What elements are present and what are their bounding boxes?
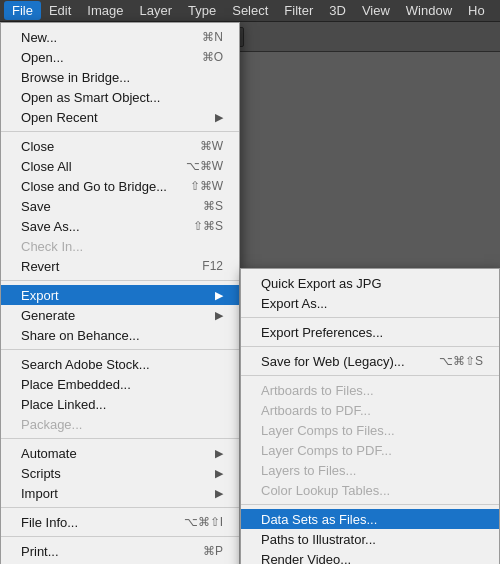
menu-item-check-in: Check In...	[1, 236, 239, 256]
menu-item-open-recent[interactable]: Open Recent ▶	[1, 107, 239, 127]
submenu-item-data-sets-files[interactable]: Data Sets as Files...	[241, 509, 499, 529]
submenu-item-color-lookup-tables: Color Lookup Tables...	[241, 480, 499, 500]
export-divider-2	[241, 346, 499, 347]
menu-item-save[interactable]: Save ⌘S	[1, 196, 239, 216]
menu-item-close-all[interactable]: Close All ⌥⌘W	[1, 156, 239, 176]
divider-2	[1, 280, 239, 281]
menu-bar: File Edit Image Layer Type Select Filter…	[0, 0, 500, 22]
submenu-item-render-video[interactable]: Render Video...	[241, 549, 499, 564]
menu-bar-item-filter[interactable]: Filter	[276, 1, 321, 20]
menu-item-browse-bridge[interactable]: Browse in Bridge...	[1, 67, 239, 87]
menu-bar-item-image[interactable]: Image	[79, 1, 131, 20]
divider-4	[1, 438, 239, 439]
menu-item-automate[interactable]: Automate ▶	[1, 443, 239, 463]
menu-item-open-smart-object[interactable]: Open as Smart Object...	[1, 87, 239, 107]
menu-item-package: Package...	[1, 414, 239, 434]
menu-bar-item-window[interactable]: Window	[398, 1, 460, 20]
submenu-item-artboards-files: Artboards to Files...	[241, 380, 499, 400]
file-menu: New... ⌘N Open... ⌘O Browse in Bridge...…	[0, 22, 240, 564]
divider-6	[1, 536, 239, 537]
divider-5	[1, 507, 239, 508]
menu-item-revert[interactable]: Revert F12	[1, 256, 239, 276]
menu-bar-item-type[interactable]: Type	[180, 1, 224, 20]
submenu-item-save-for-web[interactable]: Save for Web (Legacy)... ⌥⌘⇧S	[241, 351, 499, 371]
submenu-item-artboards-pdf: Artboards to PDF...	[241, 400, 499, 420]
menu-bar-item-layer[interactable]: Layer	[132, 1, 181, 20]
submenu-item-export-as[interactable]: Export As...	[241, 293, 499, 313]
dropdown-container: New... ⌘N Open... ⌘O Browse in Bridge...…	[0, 22, 240, 564]
menu-bar-item-ho[interactable]: Ho	[460, 1, 493, 20]
export-divider-4	[241, 504, 499, 505]
menu-bar-item-file[interactable]: File	[4, 1, 41, 20]
divider-1	[1, 131, 239, 132]
menu-bar-item-select[interactable]: Select	[224, 1, 276, 20]
menu-item-share-behance[interactable]: Share on Behance...	[1, 325, 239, 345]
export-divider-1	[241, 317, 499, 318]
menu-item-import[interactable]: Import ▶	[1, 483, 239, 503]
menu-item-new[interactable]: New... ⌘N	[1, 27, 239, 47]
export-submenu: Quick Export as JPG Export As... Export …	[240, 268, 500, 564]
menu-item-save-as[interactable]: Save As... ⇧⌘S	[1, 216, 239, 236]
submenu-item-layers-to-files: Layers to Files...	[241, 460, 499, 480]
submenu-item-layer-comps-pdf: Layer Comps to PDF...	[241, 440, 499, 460]
menu-item-close-go-bridge[interactable]: Close and Go to Bridge... ⇧⌘W	[1, 176, 239, 196]
submenu-item-paths-illustrator[interactable]: Paths to Illustrator...	[241, 529, 499, 549]
submenu-item-export-preferences[interactable]: Export Preferences...	[241, 322, 499, 342]
menu-item-print[interactable]: Print... ⌘P	[1, 541, 239, 561]
menu-bar-item-3d[interactable]: 3D	[321, 1, 354, 20]
menu-item-open[interactable]: Open... ⌘O	[1, 47, 239, 67]
menu-item-close[interactable]: Close ⌘W	[1, 136, 239, 156]
menu-item-file-info[interactable]: File Info... ⌥⌘⇧I	[1, 512, 239, 532]
menu-item-search-adobe-stock[interactable]: Search Adobe Stock...	[1, 354, 239, 374]
submenu-item-layer-comps-files: Layer Comps to Files...	[241, 420, 499, 440]
menu-item-generate[interactable]: Generate ▶	[1, 305, 239, 325]
menu-item-scripts[interactable]: Scripts ▶	[1, 463, 239, 483]
menu-item-place-linked[interactable]: Place Linked...	[1, 394, 239, 414]
menu-item-place-embedded[interactable]: Place Embedded...	[1, 374, 239, 394]
export-divider-3	[241, 375, 499, 376]
submenu-item-quick-export-jpg[interactable]: Quick Export as JPG	[241, 273, 499, 293]
menu-item-export[interactable]: Export ▶	[1, 285, 239, 305]
menu-bar-item-edit[interactable]: Edit	[41, 1, 79, 20]
menu-bar-item-view[interactable]: View	[354, 1, 398, 20]
divider-3	[1, 349, 239, 350]
